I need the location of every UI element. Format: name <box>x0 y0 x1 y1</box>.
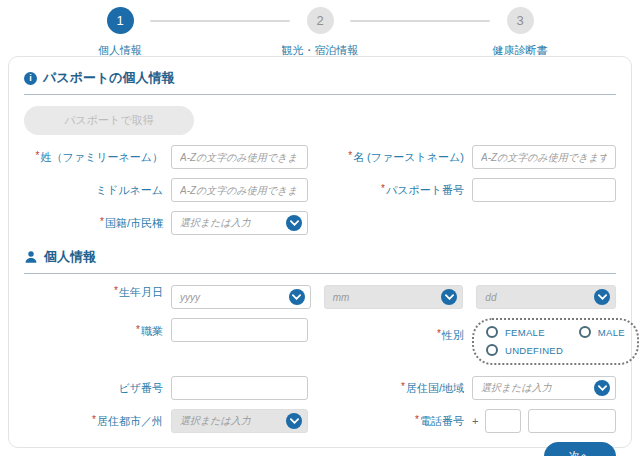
visa-number-input[interactable] <box>171 376 308 400</box>
step-connector <box>150 20 290 22</box>
form-card: i パスポートの個人情報 パスポートで取得 *姓（ファミリーネーム） *名 (フ… <box>8 56 632 448</box>
gender-option-male[interactable]: MALE <box>579 326 625 338</box>
occupation-input[interactable] <box>171 318 308 342</box>
personal-section-header: 個人情報 <box>24 248 616 274</box>
middle-name-input[interactable] <box>171 178 308 202</box>
phone-number-label: *電話番号 <box>320 414 472 429</box>
residence-city-select[interactable]: 選択または入力 <box>171 409 308 433</box>
chevron-down-icon <box>289 289 305 305</box>
step-2-travel-info: 2 観光・宿泊情報 <box>290 7 350 58</box>
phone-country-code-input[interactable] <box>485 409 521 433</box>
visa-number-label: ビザ番号 <box>24 381 171 396</box>
radio-button-icon <box>486 326 498 338</box>
chevron-down-icon <box>286 215 302 231</box>
radio-button-icon <box>486 344 498 356</box>
family-name-label: *姓（ファミリーネーム） <box>24 150 171 165</box>
step-1-label: 個人情報 <box>98 43 142 58</box>
gender-option-undefined[interactable]: UNDEFINED <box>486 344 563 356</box>
birth-day-select[interactable]: dd <box>476 285 616 309</box>
step-1-personal-info: 1 個人情報 <box>90 7 150 58</box>
person-icon <box>24 250 38 264</box>
step-3-label: 健康診断書 <box>493 43 548 58</box>
step-2-indicator: 2 <box>307 7 334 34</box>
phone-prefix: + <box>472 415 478 427</box>
family-name-input[interactable] <box>171 145 308 169</box>
occupation-label: *職業 <box>24 318 171 339</box>
personal-section-title: 個人情報 <box>44 248 96 266</box>
radio-button-icon <box>579 326 591 338</box>
progress-stepper: 1 個人情報 2 観光・宿泊情報 3 健康診断書 <box>0 0 640 56</box>
step-3-health-certificate: 3 健康診断書 <box>490 7 550 58</box>
passport-number-label: *パスポート番号 <box>320 183 472 198</box>
residence-country-select[interactable]: 選択または入力 <box>472 376 616 400</box>
passport-section-header: i パスポートの個人情報 <box>24 69 616 95</box>
step-1-indicator: 1 <box>107 7 134 34</box>
next-button[interactable]: 次へ <box>544 442 616 456</box>
chevron-down-icon <box>594 289 610 305</box>
step-connector <box>350 20 490 22</box>
chevron-down-icon <box>286 413 302 429</box>
birth-month-select[interactable]: mm <box>324 285 464 309</box>
gender-label: *性別 <box>320 318 472 343</box>
passport-section-title: パスポートの個人情報 <box>43 69 175 87</box>
nationality-label: *国籍/市民権 <box>24 216 171 231</box>
passport-number-input[interactable] <box>472 178 616 202</box>
gender-radio-group: FEMALE MALE UNDEFINED <box>472 318 639 365</box>
step-2-label: 観光・宿泊情報 <box>282 43 359 58</box>
residence-country-label: *居住国/地域 <box>320 381 472 396</box>
step-3-indicator: 3 <box>507 7 534 34</box>
first-name-input[interactable] <box>472 145 616 169</box>
nationality-select[interactable]: 選択または入力 <box>171 211 308 235</box>
gender-option-female[interactable]: FEMALE <box>486 326 545 338</box>
passport-scan-button[interactable]: パスポートで取得 <box>24 106 194 135</box>
residence-city-label: *居住都市／州 <box>24 414 171 429</box>
middle-name-label: ミドルネーム <box>24 183 171 198</box>
info-icon: i <box>24 72 37 85</box>
first-name-label: *名 (ファーストネーム) <box>320 150 472 165</box>
birth-year-select[interactable]: yyyy <box>171 285 311 309</box>
chevron-down-icon <box>441 289 457 305</box>
phone-number-input[interactable] <box>528 409 616 433</box>
birth-date-label: *生年月日 <box>24 285 171 309</box>
chevron-down-icon <box>594 380 610 396</box>
